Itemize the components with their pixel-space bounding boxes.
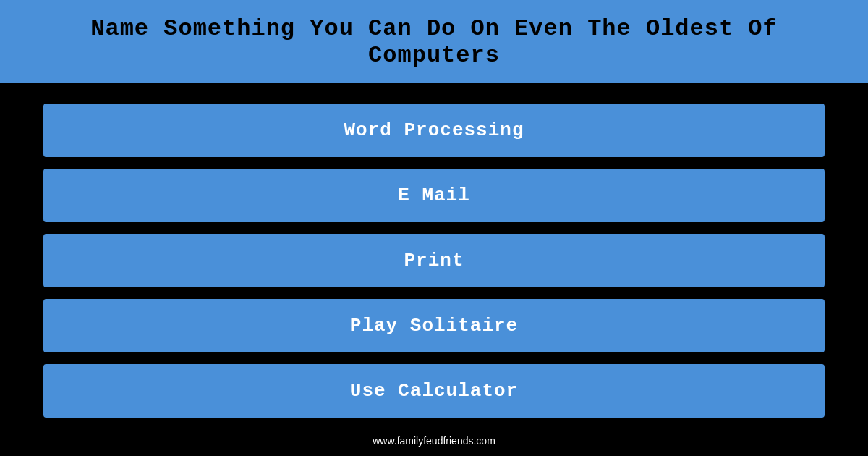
answers-section: Word ProcessingE MailPrintPlay Solitaire… — [0, 83, 868, 425]
answer-text-3: Print — [404, 250, 464, 271]
answer-item-1[interactable]: Word Processing — [43, 104, 825, 157]
header-section: Name Something You Can Do On Even The Ol… — [0, 0, 868, 83]
footer-url: www.familyfeudfriends.com — [373, 435, 495, 447]
answer-item-2[interactable]: E Mail — [43, 169, 825, 222]
answer-text-2: E Mail — [398, 185, 470, 206]
answer-item-3[interactable]: Print — [43, 234, 825, 287]
answer-item-4[interactable]: Play Solitaire — [43, 299, 825, 352]
footer-section: www.familyfeudfriends.com — [0, 425, 868, 456]
answer-text-1: Word Processing — [344, 119, 524, 141]
answer-item-5[interactable]: Use Calculator — [43, 364, 825, 418]
question-title: Name Something You Can Do On Even The Ol… — [29, 15, 839, 69]
answer-text-5: Use Calculator — [350, 380, 518, 402]
answer-text-4: Play Solitaire — [350, 315, 518, 337]
